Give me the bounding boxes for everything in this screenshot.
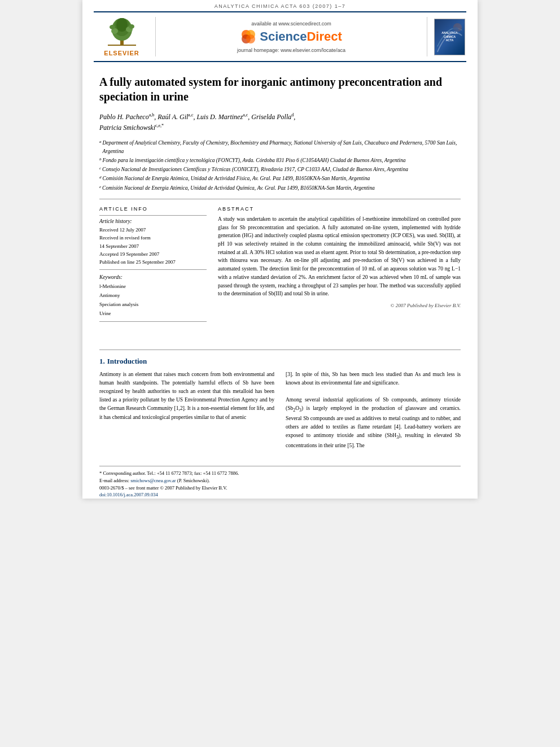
header-center: available at www.sciencedirect.com Scien… [156, 17, 427, 56]
history-received: Received 12 July 2007 [99, 226, 207, 234]
intro-right-text: [3]. In spite of this, Sb has been much … [286, 370, 461, 450]
affiliation-e: e Comisión Nacional de Energía Atómica, … [99, 184, 461, 192]
svg-point-7 [110, 25, 115, 29]
elsevier-label: ELSEVIER [104, 50, 139, 56]
footnote-corresponding: * Corresponding author. Tel.: +54 11 677… [99, 470, 461, 477]
history-revised-label: Received in revised form [99, 234, 207, 242]
journal-bar: ANALYTICA CHIMICA ACTA 603 (2007) 1–7 [82, 0, 478, 11]
abstract-text: A study was undertaken to ascertain the … [218, 215, 461, 298]
journal-homepage: journal homepage: www.elsevier.com/locat… [237, 47, 345, 53]
elsevier-tree-icon [102, 17, 142, 48]
journal-header: ELSEVIER available at www.sciencedirect.… [94, 11, 466, 62]
section-title: Introduction [107, 357, 147, 366]
article-title: A fully automated system for inorganic a… [99, 75, 461, 104]
article-content: A fully automated system for inorganic a… [82, 62, 478, 343]
sciencedirect-icon [240, 29, 256, 45]
section-heading: 1. Introduction [99, 357, 461, 366]
author-polla: Griselda Polla [251, 113, 291, 121]
doi-link[interactable]: doi:10.1016/j.aca.2007.09.034 [99, 492, 158, 497]
history-revised-date: 14 September 2007 [99, 242, 207, 250]
keywords-label: Keywords: [99, 274, 207, 280]
svg-point-3 [116, 18, 128, 32]
divider-1 [99, 199, 461, 199]
affiliation-b: b Fondo para la investigación científica… [99, 156, 461, 164]
elsevier-logo: ELSEVIER [94, 17, 156, 56]
author-gil: Raúl A. Gil [158, 113, 188, 121]
journal-cover-image: ANALYTICACHIMICAACTA [434, 19, 465, 55]
author-pacheco: Pablo H. Pacheco [99, 113, 149, 121]
abstract-label: ABSTRACT [218, 206, 461, 212]
cover-decoration [435, 19, 465, 55]
affiliation-a: a Department of Analytical Chemistry, Fa… [99, 139, 461, 155]
article-history-label: Article history: [99, 219, 207, 224]
author-smichowski: Patricia Smichowski [99, 124, 155, 132]
intro-left-col: Antimony is an element that raises much … [99, 370, 274, 450]
article-info-label: ARTICLE INFO [99, 206, 207, 212]
introduction-columns: Antimony is an element that raises much … [99, 370, 461, 450]
journal-cover: ANALYTICACHIMICAACTA [427, 17, 466, 56]
keyword-3: Speciation analysis [99, 300, 207, 309]
sciencedirect-logo: ScienceDirect [240, 29, 342, 45]
affiliation-c: c Consejo Nacional de Investigaciones Ci… [99, 165, 461, 173]
footnotes: * Corresponding author. Tel.: +54 11 677… [99, 466, 461, 499]
svg-point-8 [129, 24, 134, 29]
keywords-divider [99, 269, 207, 270]
keyword-1: l-Methionine [99, 282, 207, 291]
history-published: Published on line 25 September 2007 [99, 258, 207, 266]
svg-point-12 [246, 34, 255, 43]
footnote-issn: 0003-2670/$ – see front matter © 2007 Pu… [99, 484, 461, 492]
svg-rect-4 [108, 45, 136, 46]
intro-right-col: [3]. In spite of this, Sb has been much … [286, 370, 461, 450]
history-accepted: Accepted 19 September 2007 [99, 250, 207, 258]
section-number: 1. [99, 357, 105, 366]
main-content: 1. Introduction Antimony is an element t… [82, 350, 478, 461]
main-divider [99, 350, 461, 350]
article-info-panel: ARTICLE INFO Article history: Received 1… [99, 206, 207, 325]
available-text: available at www.sciencedirect.com [251, 21, 331, 27]
intro-left-text: Antimony is an element that raises much … [99, 370, 274, 422]
authors: Pablo H. Pachecoa,b, Raúl A. Gila,c, Lui… [99, 112, 461, 133]
author-martinez: Luis D. Martinez [196, 113, 243, 121]
info-divider [99, 215, 207, 216]
keyword-2: Antimony [99, 291, 207, 300]
footnote-doi: doi:10.1016/j.aca.2007.09.034 [99, 491, 461, 499]
copyright: © 2007 Published by Elsevier B.V. [218, 303, 461, 308]
keyword-4: Urine [99, 309, 207, 318]
svg-point-14 [452, 27, 459, 33]
article-info-abstract: ARTICLE INFO Article history: Received 1… [99, 206, 461, 325]
footnote-email-link[interactable]: smichows@cnea.gov.ar [130, 478, 176, 483]
footnote-email: E-mail address: smichows@cnea.gov.ar (P.… [99, 477, 461, 484]
journal-title: ANALYTICA CHIMICA ACTA 603 (2007) 1–7 [215, 3, 346, 9]
page: ANALYTICA CHIMICA ACTA 603 (2007) 1–7 EL… [82, 0, 478, 499]
affiliation-d: d Comisión Nacional de Energía Atómica, … [99, 174, 461, 182]
affiliations: a Department of Analytical Chemistry, Fa… [99, 139, 461, 192]
bottom-divider [99, 321, 207, 322]
abstract-panel: ABSTRACT A study was undertaken to ascer… [218, 206, 461, 325]
